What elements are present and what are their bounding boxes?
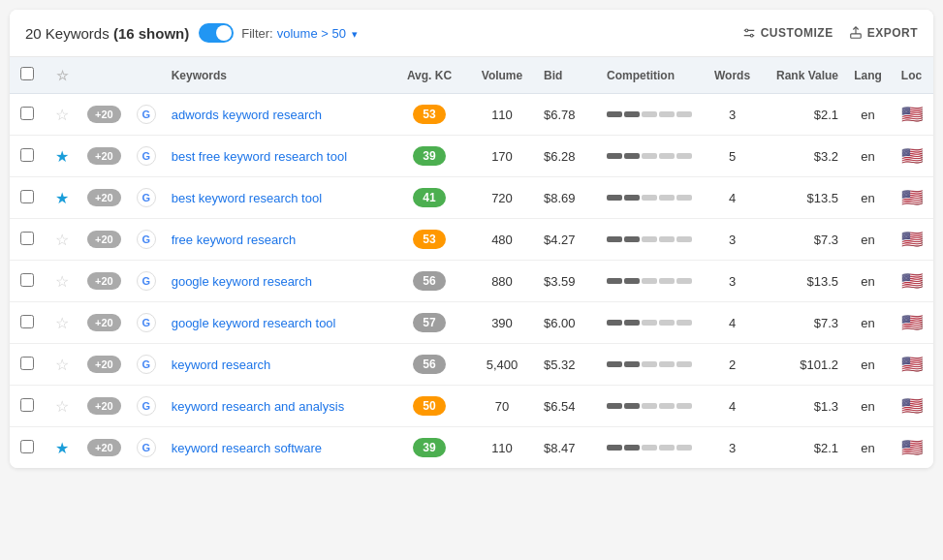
badge[interactable]: +20 [87,439,121,456]
badge[interactable]: +20 [87,397,121,415]
badge[interactable]: +20 [87,314,121,331]
row-loc: 🇺🇸 [890,427,933,469]
flag-icon: 🇺🇸 [901,146,923,166]
keyword-link[interactable]: best free keyword research tool [172,149,347,164]
row-star-cell[interactable]: ☆ [45,344,79,386]
row-words: 3 [706,219,759,261]
keyword-link[interactable]: best keyword research tool [172,191,322,205]
row-checkbox-cell [10,386,45,427]
google-search-icon[interactable]: G [137,271,156,291]
star-icon[interactable]: ★ [55,190,69,206]
star-icon[interactable]: ☆ [55,398,69,415]
row-lang: en [846,427,890,469]
star-icon[interactable]: ☆ [55,107,69,123]
header-star-cell: ☆ [45,57,79,94]
star-icon[interactable]: ☆ [55,357,69,373]
badge[interactable]: +20 [87,147,121,165]
star-icon[interactable]: ★ [55,148,69,165]
row-star-cell[interactable]: ★ [45,427,79,469]
filter-dropdown-icon: ▾ [352,28,358,40]
row-volume: 480 [468,219,536,261]
keyword-link[interactable]: free keyword research [172,233,297,247]
header-competition[interactable]: Competition [599,57,706,94]
badge[interactable]: +20 [87,189,121,206]
row-checkbox[interactable] [20,190,34,203]
row-badge-cell: +20 [79,136,129,177]
flag-icon: 🇺🇸 [901,396,923,416]
row-checkbox[interactable] [20,148,34,162]
keyword-link[interactable]: google keyword research [172,274,312,289]
badge[interactable]: +20 [87,272,121,290]
header-badge-cell [79,57,129,94]
row-competition [599,177,706,219]
row-star-cell[interactable]: ☆ [45,386,79,427]
row-star-cell[interactable]: ★ [45,136,79,177]
table-body: ☆ +20 G adwords keyword research 53 110 … [10,94,933,469]
row-checkbox[interactable] [20,232,34,245]
keyword-link[interactable]: google keyword research tool [172,316,336,330]
row-competition [599,261,706,302]
google-search-icon[interactable]: G [137,396,156,416]
row-rank-value: $13.5 [759,261,846,302]
row-volume: 110 [468,427,536,469]
row-rank-value: $3.2 [759,136,846,177]
row-kc: 50 [391,386,468,427]
toggle-track[interactable] [199,23,234,43]
star-icon[interactable]: ★ [55,440,69,456]
kc-badge: 50 [413,396,445,416]
row-star-cell[interactable]: ☆ [45,94,79,136]
keyword-link[interactable]: keyword research and analysis [172,399,344,414]
google-search-icon[interactable]: G [137,438,156,457]
star-icon[interactable]: ☆ [55,232,69,248]
row-star-cell[interactable]: ☆ [45,302,79,344]
keyword-link[interactable]: adwords keyword research [172,108,322,122]
row-competition [599,386,706,427]
google-search-icon[interactable]: G [137,188,156,207]
google-search-icon[interactable]: G [137,146,156,166]
google-search-icon[interactable]: G [137,355,156,374]
table-wrapper: ☆ Keywords Avg. KC Volume Bid Competitio… [10,57,933,468]
row-badge-cell: +20 [79,261,129,302]
row-kc: 53 [391,94,468,136]
star-icon[interactable]: ☆ [55,273,69,290]
google-search-icon[interactable]: G [137,105,156,124]
row-words: 3 [706,261,759,302]
row-checkbox[interactable] [20,398,34,412]
row-loc: 🇺🇸 [890,344,933,386]
row-competition [599,219,706,261]
filter-value[interactable]: volume > 50 ▾ [277,26,358,41]
keyword-link[interactable]: keyword research software [172,441,322,455]
flag-icon: 🇺🇸 [901,105,923,124]
row-badge-cell: +20 [79,219,129,261]
badge[interactable]: +20 [87,106,121,123]
row-checkbox[interactable] [20,357,34,370]
customize-button[interactable]: CUSTOMIZE [742,26,833,40]
header-kc[interactable]: Avg. KC [391,57,468,94]
header-words[interactable]: Words [706,57,759,94]
header-volume[interactable]: Volume [468,57,536,94]
google-search-icon[interactable]: G [137,313,156,332]
row-checkbox[interactable] [20,440,34,453]
badge[interactable]: +20 [87,231,121,248]
select-all-checkbox[interactable] [20,67,34,80]
header-rank-value[interactable]: Rank Value [759,57,846,94]
row-star-cell[interactable]: ★ [45,177,79,219]
badge[interactable]: +20 [87,356,121,373]
keyword-link[interactable]: keyword research [172,358,271,372]
header-bid[interactable]: Bid [536,57,599,94]
row-lang: en [846,136,890,177]
row-checkbox[interactable] [20,315,34,328]
row-checkbox[interactable] [20,107,34,120]
row-rank-value: $7.3 [759,219,846,261]
row-checkbox[interactable] [20,273,34,287]
row-star-cell[interactable]: ☆ [45,261,79,302]
kc-badge: 53 [413,230,445,249]
toggle-filter[interactable] [199,23,234,43]
google-search-icon[interactable]: G [137,230,156,249]
row-lang: en [846,94,890,136]
kc-badge: 39 [413,438,445,457]
star-icon[interactable]: ☆ [55,315,69,331]
header-g-cell [129,57,164,94]
row-star-cell[interactable]: ☆ [45,219,79,261]
export-button[interactable]: EXPORT [849,26,918,40]
